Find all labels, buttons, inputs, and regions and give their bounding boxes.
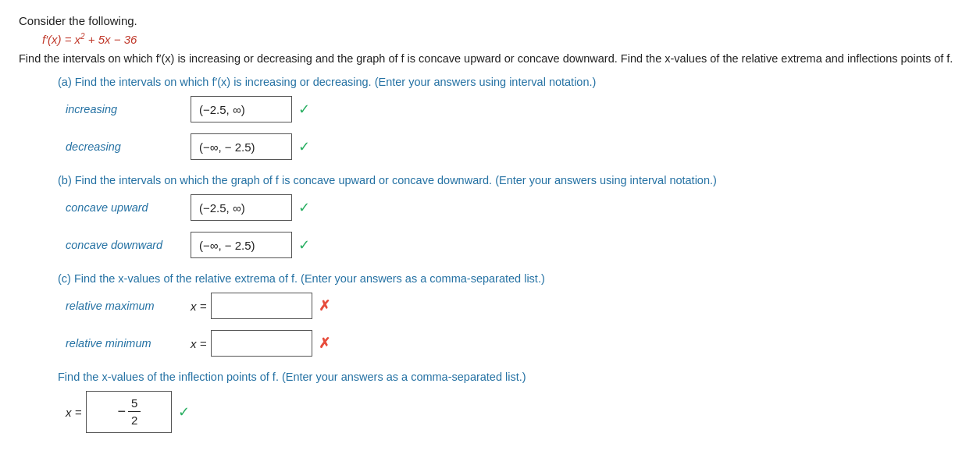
inflection-row: x = − 5 2 ✓ (66, 391, 961, 433)
part-b: (b) Find the intervals on which the grap… (58, 174, 961, 258)
rel-max-equals: x = (191, 300, 206, 313)
decreasing-row: decreasing (−∞, − 2.5) ✓ (66, 133, 961, 160)
decreasing-value: (−∞, − 2.5) (199, 140, 255, 154)
concave-up-value: (−2.5, ∞) (199, 201, 245, 215)
concave-down-label: concave downward (66, 239, 191, 251)
concave-down-check-icon: ✓ (298, 236, 310, 254)
part-a: (a) Find the intervals on which f′(x) is… (58, 76, 961, 160)
increasing-label: increasing (66, 103, 191, 115)
increasing-check-icon: ✓ (298, 101, 310, 118)
fraction-numerator: 5 (128, 396, 141, 412)
part-c-label: (c) Find the x-values of the relative ex… (58, 272, 961, 285)
fraction-denominator: 2 (128, 412, 141, 427)
concave-up-label: concave upward (66, 201, 191, 214)
rel-min-equals: x = (191, 337, 206, 350)
rel-max-label: relative maximum (66, 300, 191, 312)
formula-text: f′(x) = x2 + 5x − 36 (42, 33, 137, 46)
concave-down-input[interactable]: (−∞, − 2.5) (191, 232, 292, 258)
rel-min-label: relative minimum (66, 337, 191, 350)
decreasing-input[interactable]: (−∞, − 2.5) (191, 133, 292, 160)
part-b-label: (b) Find the intervals on which the grap… (58, 174, 961, 186)
concave-down-row: concave downward (−∞, − 2.5) ✓ (66, 232, 961, 258)
rel-max-input[interactable] (211, 293, 312, 319)
main-question: Find the intervals on which f′(x) is inc… (19, 52, 961, 65)
fraction: 5 2 (128, 396, 141, 427)
concave-down-value: (−∞, − 2.5) (199, 239, 255, 252)
rel-max-row: relative maximum x = ✗ (66, 293, 961, 319)
inflection-x-assign: x = (66, 406, 81, 419)
part-d: Find the x-values of the inflection poin… (58, 371, 961, 433)
increasing-row: increasing (−2.5, ∞) ✓ (66, 96, 961, 122)
concave-up-row: concave upward (−2.5, ∞) ✓ (66, 194, 961, 221)
concave-up-check-icon: ✓ (298, 199, 310, 216)
inflection-input[interactable]: − 5 2 (86, 391, 172, 433)
decreasing-label: decreasing (66, 140, 191, 153)
formula-line: f′(x) = x2 + 5x − 36 (42, 32, 961, 46)
rel-min-cross-icon: ✗ (319, 335, 330, 352)
inflection-check-icon: ✓ (178, 403, 190, 421)
increasing-input[interactable]: (−2.5, ∞) (191, 96, 292, 122)
neg-sign: − (118, 403, 127, 420)
rel-max-cross-icon: ✗ (319, 297, 330, 314)
decreasing-check-icon: ✓ (298, 138, 310, 155)
intro-text: Consider the following. (19, 14, 961, 27)
increasing-value: (−2.5, ∞) (199, 103, 245, 116)
rel-min-row: relative minimum x = ✗ (66, 330, 961, 357)
concave-up-input[interactable]: (−2.5, ∞) (191, 194, 292, 221)
rel-min-input[interactable] (211, 330, 312, 357)
part-a-label: (a) Find the intervals on which f′(x) is… (58, 76, 961, 88)
part-c: (c) Find the x-values of the relative ex… (58, 272, 961, 357)
part-d-label: Find the x-values of the inflection poin… (58, 371, 961, 383)
